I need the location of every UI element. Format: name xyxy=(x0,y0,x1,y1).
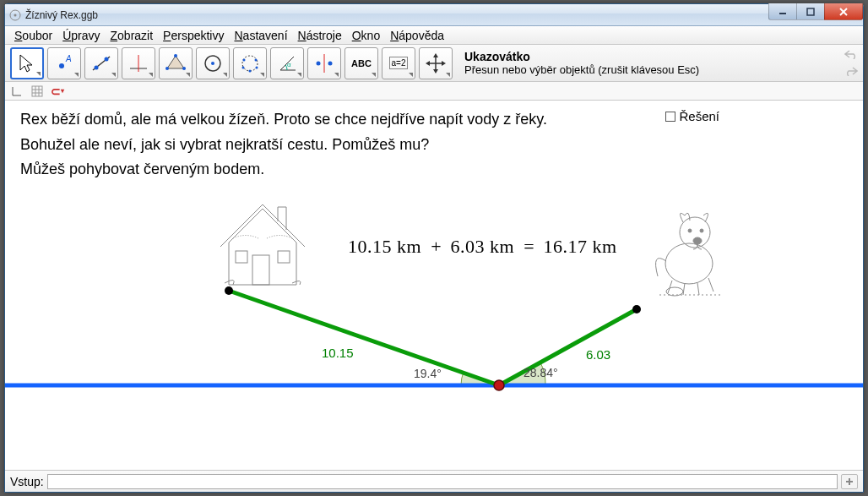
undo-redo-group xyxy=(843,46,860,79)
svg-point-6 xyxy=(59,63,64,68)
grid-toggle-icon[interactable] xyxy=(30,84,44,98)
minimize-button[interactable] xyxy=(768,3,797,20)
menu-okno[interactable]: Okno xyxy=(348,28,384,43)
svg-point-22 xyxy=(249,69,252,72)
app-window: Žíznivý Rex.ggb Soubor Úpravy Zobrazit P… xyxy=(4,3,864,493)
svg-marker-33 xyxy=(433,53,438,57)
svg-line-54 xyxy=(229,291,499,385)
svg-point-20 xyxy=(243,58,246,61)
svg-point-14 xyxy=(174,54,177,57)
menubar: Soubor Úpravy Zobrazit Perspektivy Nasta… xyxy=(5,26,863,45)
tool-move[interactable] xyxy=(10,47,44,79)
tool-hint-title: Ukazovátko xyxy=(464,50,858,63)
tool-slider[interactable]: a=2 xyxy=(382,47,415,79)
tool-point[interactable]: A xyxy=(47,47,81,79)
svg-point-29 xyxy=(317,61,321,65)
tool-polygon[interactable] xyxy=(159,47,193,79)
segment-right-label: 6.03 xyxy=(586,347,610,362)
svg-marker-36 xyxy=(442,61,446,66)
svg-point-21 xyxy=(255,58,258,61)
svg-point-57 xyxy=(632,305,641,313)
tool-text[interactable]: ABC xyxy=(344,47,378,79)
svg-point-1 xyxy=(14,14,17,16)
tool-description: Ukazovátko Přesun nebo výběr objektů (zr… xyxy=(464,50,858,76)
tool-hint-desc: Přesun nebo výběr objektů (zrušit kláves… xyxy=(464,63,858,76)
redo-button[interactable] xyxy=(843,63,860,79)
input-help-button[interactable] xyxy=(841,474,858,489)
magnet-icon[interactable]: ⊂ ▾ xyxy=(51,84,64,98)
menu-nastaveni[interactable]: Nastavení xyxy=(230,28,291,43)
command-input[interactable] xyxy=(47,474,838,489)
app-icon xyxy=(8,8,22,22)
menu-perspektivy[interactable]: Perspektivy xyxy=(159,28,228,43)
angle-left-label: 19.4° xyxy=(414,367,442,380)
tool-pan[interactable] xyxy=(419,47,453,79)
close-button[interactable] xyxy=(824,3,863,20)
tool-conic[interactable] xyxy=(233,47,267,79)
svg-point-9 xyxy=(95,65,99,69)
svg-rect-39 xyxy=(32,86,42,96)
angle-right-label: 28.84° xyxy=(524,366,558,379)
segment-left-label: 10.15 xyxy=(322,346,354,360)
input-bar: Vstup: xyxy=(5,470,863,492)
maximize-button[interactable] xyxy=(796,3,825,20)
svg-point-56 xyxy=(225,286,233,295)
draggable-red-point[interactable] xyxy=(494,380,504,390)
svg-line-55 xyxy=(499,309,637,385)
tool-reflect[interactable] xyxy=(307,47,341,79)
svg-text:α: α xyxy=(287,61,291,68)
menu-upravy[interactable]: Úpravy xyxy=(58,28,104,43)
svg-point-15 xyxy=(182,67,186,70)
svg-point-18 xyxy=(211,62,214,65)
svg-point-16 xyxy=(165,67,169,70)
tool-line[interactable] xyxy=(84,47,118,79)
menu-napoveda[interactable]: Nápověda xyxy=(386,28,448,43)
tool-circle[interactable] xyxy=(196,47,230,79)
svg-marker-35 xyxy=(426,61,430,66)
axes-toggle-icon[interactable] xyxy=(10,84,24,98)
input-label: Vstup: xyxy=(10,475,44,488)
tool-perpendicular[interactable] xyxy=(122,47,155,79)
svg-point-10 xyxy=(105,57,109,61)
window-controls xyxy=(769,3,863,20)
window-title: Žíznivý Rex.ggb xyxy=(25,9,98,21)
menu-nastroje[interactable]: Nástroje xyxy=(294,28,346,43)
titlebar[interactable]: Žíznivý Rex.ggb xyxy=(5,4,863,26)
tool-angle[interactable]: α xyxy=(270,47,304,79)
svg-point-19 xyxy=(242,56,258,71)
svg-marker-34 xyxy=(433,69,438,74)
geometry-layer xyxy=(5,101,863,470)
svg-marker-13 xyxy=(167,56,184,68)
svg-rect-59 xyxy=(849,478,850,485)
svg-text:A: A xyxy=(65,54,72,63)
svg-point-30 xyxy=(328,61,333,65)
menu-zobrazit[interactable]: Zobrazit xyxy=(106,28,158,43)
graphics-view[interactable]: Rex běží domů, ale má velkou žízeň. Prot… xyxy=(5,101,863,470)
svg-point-24 xyxy=(256,66,258,68)
svg-rect-3 xyxy=(807,8,814,15)
toolbar: A α ABC a=2 Ukazovátko Přesun nebo výběr… xyxy=(5,45,863,82)
style-bar: ⊂ ▾ xyxy=(5,82,863,101)
menu-soubor[interactable]: Soubor xyxy=(10,28,57,43)
svg-point-23 xyxy=(242,66,245,68)
undo-button[interactable] xyxy=(843,46,860,62)
